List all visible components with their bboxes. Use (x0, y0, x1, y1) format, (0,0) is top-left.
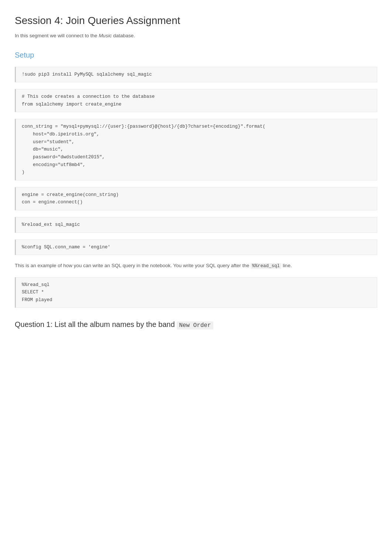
intro-text-before: In this segment we will connect to the (15, 33, 99, 38)
prose-text-after: line. (281, 263, 292, 268)
code-block-conn-string: conn_string = "mysql+pymysql://{user}:{p… (15, 119, 377, 180)
code-block-example-query: %%read_sql SELECT * FROM played (15, 277, 377, 308)
code-block-engine: engine = create_engine(conn_string) con … (15, 187, 377, 210)
example-description: This is an example of how you can write … (15, 262, 377, 270)
question-1-code-part: New Order (177, 321, 213, 330)
intro-text-after: database. (112, 33, 135, 38)
code-block-install: !sudo pip3 install PyMySQL sqlalchemy sq… (15, 67, 377, 83)
intro-italic-word: Music (99, 33, 111, 38)
intro-paragraph: In this segment we will connect to the M… (15, 32, 377, 40)
code-block-reload-ext: %reload_ext sql_magic (15, 217, 377, 233)
setup-section-title: Setup (15, 51, 377, 59)
prose-code-span: %%read_sql (251, 263, 281, 269)
code-block-import: # This code creates a connection to the … (15, 89, 377, 112)
prose-text-before: This is an example of how you can write … (15, 263, 251, 268)
question-1-title: Question 1: List all the album names by … (15, 319, 377, 330)
question-1-answer-area (15, 337, 377, 551)
question-1-label: Question 1: List all the album names by … (15, 320, 177, 328)
code-block-config: %config SQL.conn_name = 'engine' (15, 239, 377, 255)
page-title: Session 4: Join Queries Assignment (15, 15, 377, 27)
